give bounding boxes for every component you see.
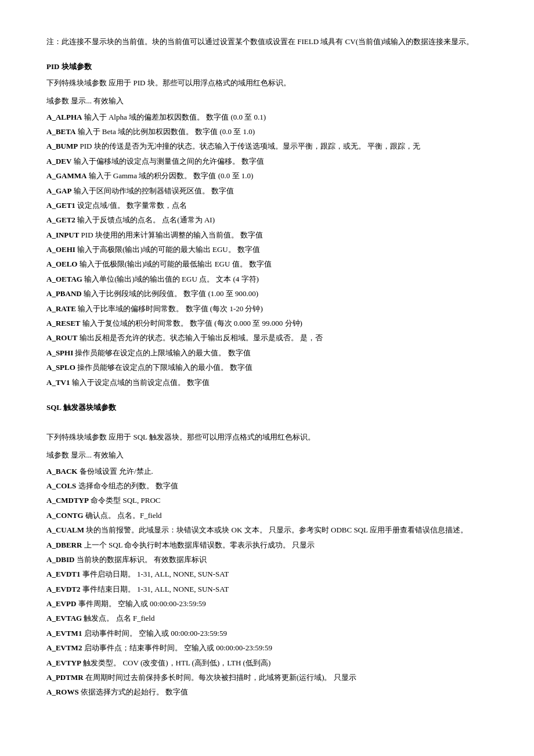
param-name: A_EVPD [46,599,76,608]
param-name: A_GET1 [46,201,75,210]
sql-params-list: A_BACK 备份域设置 允许/禁止.A_COLS 选择命令组态的列数。 数字值… [46,465,488,699]
sql-param-row: A_EVTM1 启动事件时间。 空输入或 00:00:00-23:59:59 [46,627,488,640]
param-name: A_EVTM1 [46,629,82,638]
param-name: A_SPHI [46,348,73,357]
param-desc: 输入单位(输出)域的输出值的 EGU 点。 文本 (4 字符) [84,275,259,283]
pid-param-row: A_ROUT 输出反相是否允许的状态。状态输入于输出反相域。显示是或否。 是，否 [46,331,488,344]
pid-header: 域参数 显示... 有效输入 [46,94,488,107]
param-desc: 事件周期。 空输入或 00:00:00-23:59:59 [78,599,206,608]
pid-param-row: A_GET1 设定点域/值。 数字量常数，点名 [46,199,488,212]
param-desc: PID 块的传送是否为无冲撞的状态。状态输入于传送选项域。显示平衡，跟踪，或无。… [80,142,420,150]
param-name: A_EVDT2 [46,585,81,593]
param-name: A_DEV [46,157,71,165]
param-name: A_SPLO [46,363,75,372]
pid-param-row: A_INPUT PID 块使用的用来计算输出调整的输入当前值。 数字值 [46,228,488,242]
param-name: A_OELO [46,260,77,268]
param-desc: 输入于反馈点域的点名。 点名(通常为 AI) [77,215,215,224]
pid-param-row: A_DEV 输入于偏移域的设定点与测量值之间的允许偏移。 数字值 [46,154,488,168]
param-name: A_GAP [46,186,71,195]
pid-param-row: A_OELO 输入于低极限(输出)域的可能的最低输出 EGU 值。 数字值 [46,257,488,271]
param-desc: 块的当前报警。此域显示：块错误文本或块 OK 文本。 只显示。参考实时 ODBC… [86,525,467,534]
sql-param-row: A_DBERR 上一个 SQL 命令执行时本地数据库错误数。零表示执行成功。 只… [46,538,488,552]
param-desc: 输入于 Alpha 域的偏差加权因数值。 数字值 (0.0 至 0.1) [84,113,266,121]
param-name: A_RATE [46,304,76,313]
sql-param-row: A_CUALM 块的当前报警。此域显示：块错误文本或块 OK 文本。 只显示。参… [46,523,488,537]
pid-param-row: A_TV1 输入于设定点域的当前设定点值。 数字值 [46,376,488,389]
param-name: A_ROUT [46,333,77,342]
param-name: A_OEHI [46,245,75,254]
param-desc: PID 块使用的用来计算输出调整的输入当前值。 数字值 [81,231,263,239]
note-text: 注：此连接不显示块的当前值。块的当前值可以通过设置某个数值或设置在 FIELD … [46,35,488,48]
param-name: A_PBAND [46,289,82,298]
pid-param-row: A_BUMP PID 块的传送是否为无冲撞的状态。状态输入于传送选项域。显示平衡… [46,139,488,153]
param-desc: 输入于复位域的积分时间常数。 数字值 (每次 0.000 至 99.000 分钟… [82,319,302,327]
param-desc: 备份域设置 允许/禁止. [80,467,153,476]
sql-param-row: A_CMDTYP 命令类型 SQL, PROC [46,494,488,507]
sql-header: 域参数 显示... 有效输入 [46,448,488,462]
param-desc: 命令类型 SQL, PROC [91,496,160,505]
pid-param-row: A_OEHI 输入于高极限(输出)域的可能的最大输出 EGU。 数字值 [46,243,488,256]
pid-param-row: A_GET2 输入于反馈点域的点名。 点名(通常为 AI) [46,213,488,226]
param-name: A_OETAG [46,275,82,283]
param-name: A_BETA [46,127,75,136]
sql-param-row: A_EVTM2 启动事件点；结束事件时间。 空输入或 00:00:00-23:5… [46,641,488,654]
param-desc: 设定点域/值。 数字量常数，点名 [77,201,187,210]
param-desc: 事件结束日期。 1-31, ALL, NONE, SUN-SAT [82,585,229,593]
pid-param-row: A_RESET 输入于复位域的积分时间常数。 数字值 (每次 0.000 至 9… [46,316,488,330]
pid-param-row: A_GAP 输入于区间动作域的控制器错误死区值。 数字值 [46,184,488,197]
pid-subtitle: 下列特殊块域参数 应用于 PID 块。那些可以用浮点格式的域用红色标识。 [46,76,488,89]
param-name: A_EVTM2 [46,643,82,652]
param-desc: 输入于高极限(输出)域的可能的最大输出 EGU。 数字值 [77,245,260,254]
param-desc: 确认点。 点名。F_field [85,511,162,520]
pid-param-row: A_BETA 输入于 Beta 域的比例加权因数值。 数字值 (0.0 至 1.… [46,125,488,138]
sql-param-row: A_COLS 选择命令组态的列数。 数字值 [46,479,488,492]
param-desc: 事件启动日期。 1-31, ALL, NONE, SUN-SAT [82,570,229,578]
sql-param-row: A_BACK 备份域设置 允许/禁止. [46,465,488,478]
param-desc: 上一个 SQL 命令执行时本地数据库错误数。零表示执行成功。 只显示 [84,541,315,549]
param-desc: 输入于 Gamma 域的积分因数。 数字值 (0.0 至 1.0) [89,171,254,180]
pid-param-row: A_PBAND 输入于比例段域的比例段值。 数字值 (1.00 至 900.00… [46,287,488,300]
param-desc: 输入于设定点域的当前设定点值。 数字值 [72,378,210,387]
param-name: A_EVDT1 [46,570,81,578]
param-desc: 输入于低极限(输出)域的可能的最低输出 EGU 值。 数字值 [80,260,272,268]
param-name: A_CUALM [46,525,84,534]
pid-param-row: A_ALPHA 输入于 Alpha 域的偏差加权因数值。 数字值 (0.0 至 … [46,110,488,124]
param-desc: 选择命令组态的列数。 数字值 [78,481,178,490]
pid-param-row: A_SPLO 操作员能够在设定点的下限域输入的最小值。 数字值 [46,361,488,374]
param-name: A_PDTMR [46,673,84,682]
sql-param-row: A_EVTYP 触发类型。 COV (改变值)，HTL (高到低)，LTH (低… [46,656,488,669]
sql-param-row: A_EVDT2 事件结束日期。 1-31, ALL, NONE, SUN-SAT [46,582,488,596]
param-desc: 触发类型。 COV (改变值)，HTL (高到低)，LTH (低到高) [83,658,270,667]
param-desc: 操作员能够在设定点的下限域输入的最小值。 数字值 [77,363,252,372]
param-name: A_COLS [46,481,76,490]
param-desc: 输出反相是否允许的状态。状态输入于输出反相域。显示是或否。 是，否 [80,333,323,342]
sql-param-row: A_DBID 当前块的数据库标识。 有效数据库标识 [46,553,488,566]
param-desc: 启动事件点；结束事件时间。 空输入或 00:00:00-23:59:59 [84,643,272,652]
sql-param-row: A_CONTG 确认点。 点名。F_field [46,509,488,522]
param-name: A_INPUT [46,231,79,239]
param-name: A_ALPHA [46,113,82,121]
param-name: A_CONTG [46,511,84,520]
sql-param-row: A_EVPD 事件周期。 空输入或 00:00:00-23:59:59 [46,597,488,610]
param-desc: 在周期时间过去前保持多长时间。每次块被扫描时，此域将更新(运行域)。 只显示 [85,673,356,682]
param-name: A_CMDTYP [46,496,89,505]
param-name: A_DBID [46,555,74,564]
param-name: A_RESET [46,319,81,327]
pid-params-list: A_ALPHA 输入于 Alpha 域的偏差加权因数值。 数字值 (0.0 至 … [46,110,488,389]
pid-title: PID 块域参数 [46,60,488,73]
param-desc: 输入于 Beta 域的比例加权因数值。 数字值 (0.0 至 1.0) [78,127,255,136]
sql-param-row: A_EVDT1 事件启动日期。 1-31, ALL, NONE, SUN-SAT [46,567,488,581]
param-desc: 输入于区间动作域的控制器错误死区值。 数字值 [74,186,234,195]
sql-title: SQL 触发器块域参数 [46,401,488,414]
param-name: A_DBERR [46,541,82,549]
sql-param-row: A_PDTMR 在周期时间过去前保持多长时间。每次块被扫描时，此域将更新(运行域… [46,671,488,684]
param-desc: 触发点。 点名 F_field [84,614,154,622]
param-desc: 当前块的数据库标识。 有效数据库标识 [77,555,207,564]
param-desc: 输入于偏移域的设定点与测量值之间的允许偏移。 数字值 [74,157,264,165]
pid-param-row: A_OETAG 输入单位(输出)域的输出值的 EGU 点。 文本 (4 字符) [46,272,488,286]
param-name: A_TV1 [46,378,70,387]
param-name: A_ROWS [46,687,79,696]
param-desc: 输入于比率域的偏移时间常数。 数字值 (每次 1-20 分钟) [78,304,263,313]
sql-subtitle: 下列特殊块域参数 应用于 SQL 触发器块。那些可以用浮点格式的域用红色标识。 [46,430,488,444]
sql-param-row: A_ROWS 依据选择方式的起始行。 数字值 [46,685,488,699]
